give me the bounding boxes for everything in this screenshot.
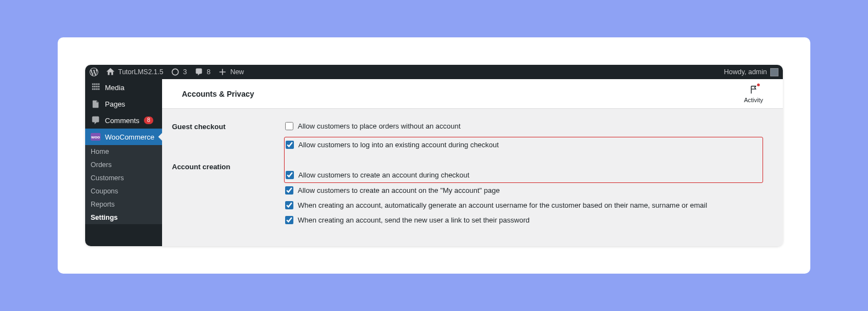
media-label: Media [105, 84, 124, 92]
sidebar: Media Pages Comments 8 woo WooCommerce H… [85, 79, 162, 246]
opt2-text: Allow customers to log into an existing … [298, 141, 499, 149]
comments-label: Comments [105, 116, 140, 125]
comment-icon [194, 68, 203, 76]
greeting-text: Howdy, admin [724, 68, 767, 76]
account-creation-fields: Allow customers to create an account on … [285, 162, 763, 224]
new-link[interactable]: New [218, 68, 244, 76]
sidebar-item-comments[interactable]: Comments 8 [85, 112, 162, 129]
activity-icon-wrap [749, 85, 759, 96]
outer-card: TutorLMS2.1.5 3 8 New Howdy, admin [58, 37, 810, 274]
flag-icon [749, 85, 759, 95]
updates-link[interactable]: 3 [171, 68, 187, 76]
app-shell: TutorLMS2.1.5 3 8 New Howdy, admin [85, 65, 783, 246]
site-name-link[interactable]: TutorLMS2.1.5 [106, 68, 163, 76]
pages-label: Pages [105, 100, 125, 108]
new-label: New [230, 68, 244, 76]
page-title: Accounts & Privacy [182, 90, 254, 98]
account-creation-row: Account creation Allow customers to crea… [172, 162, 763, 224]
comments-badge: 8 [144, 116, 154, 124]
sidebar-sub-home[interactable]: Home [85, 145, 162, 158]
opt1-text: Allow customers to place orders without … [298, 122, 460, 130]
checkbox-opt2[interactable] [286, 141, 294, 149]
checkbox-opt5[interactable] [285, 201, 293, 209]
pages-icon [91, 99, 101, 109]
account-creation-label: Account creation [172, 162, 285, 171]
user-greeting[interactable]: Howdy, admin [724, 68, 778, 76]
activity-button[interactable]: Activity [744, 85, 763, 103]
guest-checkout-label: Guest checkout [172, 122, 285, 131]
opt5-text: When creating an account, automatically … [298, 201, 707, 209]
checkbox-opt6[interactable] [285, 216, 293, 224]
updates-icon [171, 68, 180, 76]
wordpress-icon [90, 68, 98, 76]
media-icon [91, 82, 101, 92]
sidebar-sub-coupons[interactable]: Coupons [85, 185, 162, 198]
plus-icon [218, 68, 227, 76]
site-name: TutorLMS2.1.5 [118, 68, 163, 76]
sidebar-item-woocommerce[interactable]: woo WooCommerce [85, 129, 162, 145]
sidebar-sub-orders[interactable]: Orders [85, 158, 162, 171]
settings-content: Guest checkout Allow customers to place … [162, 109, 783, 246]
sidebar-item-pages[interactable]: Pages [85, 96, 162, 112]
comments-link[interactable]: 8 [194, 68, 210, 76]
opt-auto-username[interactable]: When creating an account, automatically … [285, 201, 763, 209]
comments-icon [91, 115, 101, 125]
checkbox-opt1[interactable] [285, 122, 293, 130]
checkbox-opt4[interactable] [285, 186, 293, 195]
opt-login-during-checkout[interactable]: Allow customers to log into an existing … [286, 141, 758, 149]
activity-label: Activity [744, 97, 763, 103]
opt-password-link[interactable]: When creating an account, send the new u… [285, 216, 763, 224]
opt-place-orders-no-account[interactable]: Allow customers to place orders without … [285, 122, 763, 130]
sidebar-sub-settings[interactable]: Settings [85, 211, 162, 224]
admin-bar-right: Howdy, admin [724, 68, 778, 76]
comments-count: 8 [207, 68, 210, 76]
admin-bar-left: TutorLMS2.1.5 3 8 New [90, 68, 244, 76]
opt6-text: When creating an account, send the new u… [298, 216, 530, 224]
sidebar-item-media[interactable]: Media [85, 79, 162, 96]
opt-create-on-my-account[interactable]: Allow customers to create an account on … [285, 186, 763, 195]
wp-logo[interactable] [90, 68, 98, 76]
admin-bar: TutorLMS2.1.5 3 8 New Howdy, admin [85, 65, 783, 79]
avatar [770, 68, 778, 76]
woocommerce-label: WooCommerce [105, 133, 154, 141]
page-header: Accounts & Privacy Activity [162, 79, 783, 109]
sidebar-sub-customers[interactable]: Customers [85, 171, 162, 185]
main-area: Accounts & Privacy Activity Guest checko… [162, 79, 783, 246]
sidebar-sub-reports[interactable]: Reports [85, 198, 162, 211]
home-icon [106, 68, 115, 76]
updates-count: 3 [183, 68, 187, 76]
opt4-text: Allow customers to create an account on … [298, 186, 500, 195]
body-split: Media Pages Comments 8 woo WooCommerce H… [85, 79, 783, 246]
woocommerce-icon: woo [91, 133, 101, 141]
